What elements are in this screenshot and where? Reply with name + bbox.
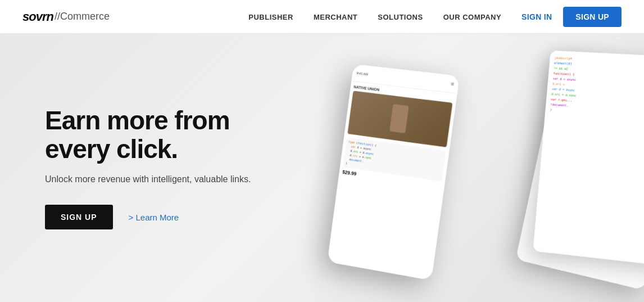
hero-signup-button[interactable]: SIGN UP [45, 205, 113, 229]
nav-item-solutions[interactable]: SOLUTIONS [378, 12, 423, 22]
front-menu-icon: ≡ [451, 80, 455, 87]
hero-subtext: Unlock more revenue with intelligent, va… [45, 174, 258, 184]
device-third-content: javascript element[0] != a1 a2 function(… [545, 50, 644, 126]
front-status: 9:41 AM [356, 71, 368, 75]
nav-signup-button[interactable]: SIGN UP [563, 7, 622, 27]
sign-in-link[interactable]: SIGN IN [521, 12, 552, 21]
hero-actions: SIGN UP > Learn More [45, 205, 258, 229]
hero-section: Earn more from every click. Unlock more … [0, 34, 644, 302]
device-front-content: NATIVE UNION type (function() { var d = … [327, 81, 457, 280]
device-front: 9:41 AM ≡ NATIVE UNION type (function() … [327, 64, 460, 280]
logo-sovrn: sovrn [22, 10, 53, 24]
hero-heading: Earn more from every click. [45, 106, 258, 163]
device-third: javascript element[0] != a1 a2 function(… [533, 50, 644, 266]
nav-links: PUBLISHER MERCHANT SOLUTIONS OUR COMPANY [248, 12, 501, 22]
logo-commerce: //Commerce [55, 11, 110, 22]
product-shape [389, 103, 409, 133]
hero-left: Earn more from every click. Unlock more … [0, 73, 292, 263]
nav-actions: SIGN IN SIGN UP [521, 7, 622, 27]
devices-container: Native Union Lightning Cables Offer a Ro… [320, 44, 632, 292]
navbar: sovrn //Commerce PUBLISHER MERCHANT SOLU… [0, 0, 644, 34]
hero-right: Native Union Lightning Cables Offer a Ro… [292, 34, 644, 302]
nav-item-our-company[interactable]: OUR COMPANY [443, 12, 501, 22]
logo[interactable]: sovrn //Commerce [22, 10, 110, 24]
third-text-content: javascript element[0] != a1 a2 function(… [550, 55, 644, 121]
hero-learn-more-link[interactable]: > Learn More [129, 213, 179, 222]
nav-item-publisher[interactable]: PUBLISHER [248, 12, 293, 22]
front-product-img [347, 91, 452, 147]
nav-item-merchant[interactable]: MERCHANT [314, 12, 357, 22]
